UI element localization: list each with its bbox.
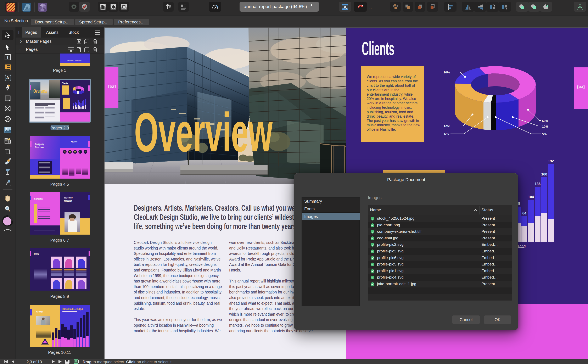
svg-text:01: 01 <box>64 151 66 153</box>
svg-text:A: A <box>343 5 347 10</box>
svg-text:A: A <box>6 75 9 80</box>
svg-text:T: T <box>6 55 9 60</box>
svg-text:10%: 10% <box>542 125 548 128</box>
svg-text:5%: 5% <box>444 132 449 136</box>
svg-text:104: 104 <box>528 195 534 199</box>
svg-text:02: 02 <box>69 151 71 153</box>
svg-text:64: 64 <box>523 211 526 215</box>
svg-text:05: 05 <box>85 151 86 153</box>
svg-text:160: 160 <box>541 172 547 176</box>
svg-text:10%: 10% <box>444 71 450 74</box>
svg-text:03: 03 <box>74 151 76 153</box>
svg-text:5%: 5% <box>542 132 547 136</box>
svg-text:50%: 50% <box>542 119 548 123</box>
svg-text:192: 192 <box>548 159 554 163</box>
svg-text:04: 04 <box>79 151 81 153</box>
svg-text:136: 136 <box>535 182 541 186</box>
svg-text:20%: 20% <box>444 124 450 128</box>
